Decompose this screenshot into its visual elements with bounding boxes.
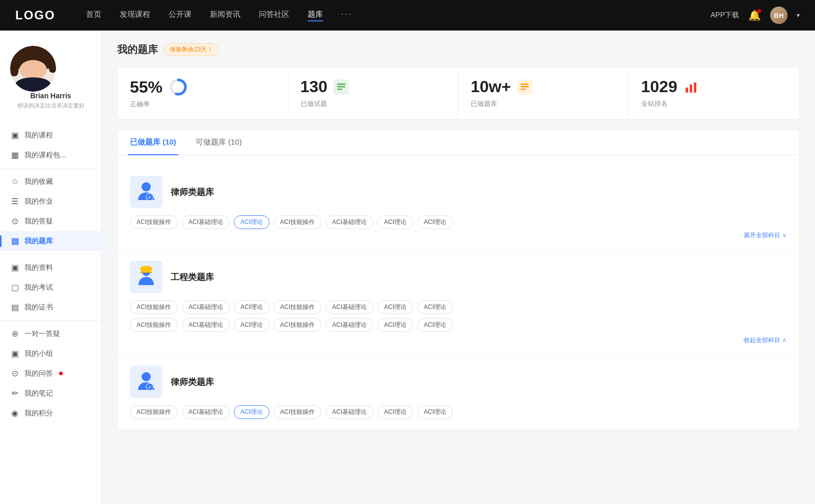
stat-top: 1029 xyxy=(641,77,787,96)
tag[interactable]: ACI理论 xyxy=(417,405,453,419)
svg-rect-12 xyxy=(694,82,696,93)
sidebar-item-label: 我的积分 xyxy=(24,409,53,418)
nav-news[interactable]: 新闻资讯 xyxy=(210,10,240,21)
tag[interactable]: ACI基础理论 xyxy=(325,215,373,229)
tag[interactable]: ACI理论 xyxy=(377,405,413,419)
tag-selected[interactable]: ACI理论 xyxy=(234,215,269,229)
sidebar-menu: ▣ 我的课程 ▦ 我的课程包... ☆ 我的收藏 ☰ 我的作业 ⊙ 我的答疑 ▤ xyxy=(0,125,101,423)
package-icon: ▦ xyxy=(10,150,19,160)
sidebar-item-my-qa[interactable]: ⊙ 我的答疑 xyxy=(0,211,101,231)
tag[interactable]: ACI基础理论 xyxy=(325,300,373,314)
svg-rect-7 xyxy=(521,83,529,85)
nav-home[interactable]: 首页 xyxy=(86,10,101,21)
svg-text:✓: ✓ xyxy=(148,385,152,390)
logo[interactable]: LOGO xyxy=(15,8,56,22)
course-icon: ▣ xyxy=(10,130,19,140)
tag[interactable]: ACI理论 xyxy=(377,318,413,332)
main-layout: Brian Harris 错误的决定比没有决定要好 ▣ 我的课程 ▦ 我的课程包… xyxy=(0,31,815,504)
tag[interactable]: ACI技能操作 xyxy=(274,215,321,229)
tag-selected[interactable]: ACI理论 xyxy=(234,405,269,419)
nav-qa[interactable]: 问答社区 xyxy=(259,10,289,21)
sidebar-item-one-on-one[interactable]: ⊛ 一对一答疑 xyxy=(0,324,101,344)
qbank-title: 工程类题库 xyxy=(171,271,214,283)
sidebar-item-my-package[interactable]: ▦ 我的课程包... xyxy=(0,145,101,165)
qbank-tags-row2: ACI技能操作 ACI基础理论 ACI理论 ACI技能操作 ACI基础理论 AC… xyxy=(130,318,787,332)
sidebar-item-my-favorite[interactable]: ☆ 我的收藏 xyxy=(0,172,101,191)
points-icon: ◉ xyxy=(10,408,19,418)
sidebar-item-my-question[interactable]: ⊙ 我的问答 xyxy=(0,363,101,383)
tag[interactable]: ACI技能操作 xyxy=(130,215,178,229)
tag[interactable]: ACI理论 xyxy=(377,215,413,229)
tag[interactable]: ACI理论 xyxy=(234,300,269,314)
qbank-icon-wrap: ✓ xyxy=(130,176,162,208)
sidebar-item-label: 我的证书 xyxy=(24,303,53,312)
tag[interactable]: ACI理论 xyxy=(417,215,453,229)
tag[interactable]: ACI基础理论 xyxy=(182,300,230,314)
tab-done-banks[interactable]: 已做题库 (10) xyxy=(128,130,178,155)
sidebar-item-my-course[interactable]: ▣ 我的课程 xyxy=(0,125,101,145)
tag[interactable]: ACI技能操作 xyxy=(274,318,321,332)
sidebar-avatar xyxy=(10,46,56,92)
svg-rect-9 xyxy=(521,89,526,90)
tag[interactable]: ACI技能操作 xyxy=(274,300,321,314)
tag[interactable]: ACI理论 xyxy=(377,300,413,314)
notification-dot xyxy=(757,9,761,13)
sidebar-item-my-points[interactable]: ◉ 我的积分 xyxy=(0,403,101,423)
svg-point-20 xyxy=(142,372,151,381)
tag[interactable]: ACI技能操作 xyxy=(274,405,321,419)
nav-links: 首页 发现课程 公开课 新闻资讯 问答社区 题库 ··· xyxy=(86,10,711,21)
tag[interactable]: ACI基础理论 xyxy=(182,405,230,419)
stat-top: 130 xyxy=(301,77,446,96)
sidebar-item-label: 我的考试 xyxy=(24,283,53,292)
sidebar-item-my-group[interactable]: ▣ 我的小组 xyxy=(0,344,101,363)
profile-icon: ▣ xyxy=(10,263,19,272)
qbank-tags-row1: ACI技能操作 ACI基础理论 ACI理论 ACI技能操作 ACI基础理论 AC… xyxy=(130,300,787,314)
nav-more[interactable]: ··· xyxy=(341,10,352,21)
avatar-dropdown-icon[interactable]: ▾ xyxy=(797,12,800,19)
qbank-icon-wrap xyxy=(130,261,162,293)
sidebar-item-my-homework[interactable]: ☰ 我的作业 xyxy=(0,191,101,211)
stat-ranking: 1029 全站排名 xyxy=(629,67,800,119)
avatar[interactable]: BH xyxy=(770,7,787,24)
stat-value-done-q: 130 xyxy=(301,77,328,96)
sidebar-item-my-profile[interactable]: ▣ 我的资料 xyxy=(0,258,101,277)
tag[interactable]: ACI基础理论 xyxy=(182,318,230,332)
qbank-tags: ACI技能操作 ACI基础理论 ACI理论 ACI技能操作 ACI基础理论 AC… xyxy=(130,215,787,229)
page-title: 我的题库 xyxy=(117,43,158,57)
nav-discover[interactable]: 发现课程 xyxy=(120,10,150,21)
tag[interactable]: ACI基础理论 xyxy=(182,215,230,229)
app-download-link[interactable]: APP下载 xyxy=(711,11,739,20)
divider xyxy=(0,168,101,169)
tag[interactable]: ACI技能操作 xyxy=(130,405,178,419)
qbanks-container: 已做题库 (10) 可做题库 (10) ✓ xyxy=(117,130,800,430)
notification-bell[interactable]: 🔔 xyxy=(748,9,761,21)
tag[interactable]: ACI理论 xyxy=(417,318,453,332)
qbank-expand[interactable]: 展开全部科目 ∨ xyxy=(130,231,787,240)
engineer-icon xyxy=(134,265,158,289)
tag[interactable]: ACI理论 xyxy=(234,318,269,332)
stat-value-done-b: 10w+ xyxy=(471,77,511,96)
divider xyxy=(0,254,101,255)
question-badge xyxy=(59,372,63,375)
tab-available-banks[interactable]: 可做题库 (10) xyxy=(194,130,244,155)
sidebar-username: Brian Harris xyxy=(10,92,91,100)
tag[interactable]: ACI技能操作 xyxy=(130,300,178,314)
nav-opencourse[interactable]: 公开课 xyxy=(169,10,192,21)
top-navigation: LOGO 首页 发现课程 公开课 新闻资讯 问答社区 题库 ··· APP下载 … xyxy=(0,0,815,31)
qbank-collapse[interactable]: 收起全部科目 ∧ xyxy=(130,336,787,345)
tag[interactable]: ACI基础理论 xyxy=(325,318,373,332)
tag[interactable]: ACI理论 xyxy=(417,300,453,314)
sidebar-item-my-cert[interactable]: ▤ 我的证书 xyxy=(0,297,101,317)
tag[interactable]: ACI基础理论 xyxy=(325,405,373,419)
nav-qbank[interactable]: 题库 xyxy=(308,10,323,21)
sidebar-item-label: 我的题库 xyxy=(24,237,53,246)
tag[interactable]: ACI技能操作 xyxy=(130,318,178,332)
sidebar-item-my-notes[interactable]: ✏ 我的笔记 xyxy=(0,383,101,403)
qbanks-list: ✓ 律师类题库 ACI技能操作 ACI基础理论 ACI理论 ACI技能操作 AC… xyxy=(118,165,799,429)
sidebar-item-label: 我的课程 xyxy=(24,131,53,140)
lawyer-icon-2: ✓ xyxy=(134,370,158,394)
svg-rect-4 xyxy=(337,86,345,88)
sidebar-item-my-qbank[interactable]: ▤ 我的题库 xyxy=(0,231,101,251)
sidebar-item-my-exam[interactable]: ▢ 我的考试 xyxy=(0,277,101,297)
stat-top: 55% xyxy=(130,77,276,97)
